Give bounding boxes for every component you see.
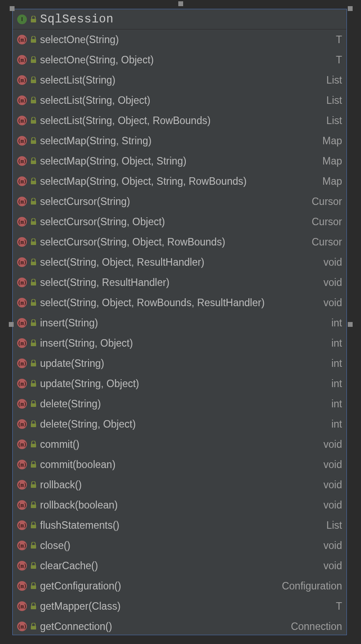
method-icon: (m) [17,601,27,611]
return-type: Map [322,155,342,167]
method-signature: selectOne(String, Object) [40,54,329,66]
method-icon: (m) [17,257,27,267]
method-icon: (m) [17,298,27,307]
method-row[interactable]: (m)close()void [13,535,346,556]
method-row[interactable]: (m)update(String)int [13,353,346,373]
method-row[interactable]: (m)select(String, Object, ResultHandler)… [13,252,346,272]
method-row[interactable]: (m)getConfiguration()Configuration [13,576,346,596]
visibility-icon [30,299,37,306]
svg-rect-1 [31,39,36,43]
method-row[interactable]: (m)flushStatements()List [13,515,346,535]
method-signature: selectMap(String, Object, String) [40,155,315,167]
svg-rect-4 [31,100,36,103]
svg-rect-18 [31,383,36,387]
method-icon: (m) [17,520,27,530]
method-row[interactable]: (m)clearCache()void [13,556,346,576]
method-row[interactable]: (m)commit()void [13,434,346,454]
method-signature: selectMap(String, Object, String, RowBou… [40,176,315,187]
visibility-icon [30,319,37,326]
svg-rect-27 [31,565,36,569]
method-icon: (m) [17,622,27,631]
method-icon: (m) [17,318,27,328]
svg-rect-2 [31,59,36,63]
svg-rect-21 [31,444,36,447]
visibility-icon [30,238,37,245]
svg-rect-8 [31,181,36,184]
method-row[interactable]: (m)selectOne(String)T [13,29,346,50]
visibility-icon [30,77,37,84]
visibility-icon [30,36,37,43]
svg-rect-19 [31,403,36,407]
class-header[interactable]: I SqlSession [13,9,346,29]
method-signature: select(String, Object, RowBounds, Result… [40,297,317,309]
method-row[interactable]: (m)delete(String)int [13,394,346,414]
visibility-icon [30,522,37,529]
method-signature: getConnection() [40,621,284,633]
visibility-icon [30,461,37,468]
method-row[interactable]: (m)insert(String, Object)int [13,333,346,353]
method-row[interactable]: (m)update(String, Object)int [13,373,346,394]
svg-rect-20 [31,424,36,427]
method-signature: delete(String, Object) [40,418,324,430]
method-icon: (m) [17,379,27,388]
return-type: List [326,95,342,106]
interface-icon: I [17,15,27,24]
method-signature: update(String, Object) [40,378,324,390]
svg-rect-5 [31,120,36,124]
svg-rect-28 [31,585,36,589]
method-row[interactable]: (m)commit(boolean)void [13,454,346,475]
method-icon: (m) [17,35,27,44]
return-type: void [324,256,342,268]
method-icon: (m) [17,176,27,186]
method-signature: selectCursor(String, Object) [40,216,305,228]
visibility-icon [30,400,37,407]
method-row[interactable]: (m)selectMap(String, String)Map [13,131,346,151]
visibility-icon [30,360,37,367]
selection-handle [9,322,14,327]
method-icon: (m) [17,237,27,247]
method-signature: update(String) [40,358,324,370]
method-row[interactable]: (m)select(String, Object, RowBounds, Res… [13,293,346,313]
method-signature: selectList(String, Object) [40,95,319,106]
visibility-icon [30,623,37,630]
method-row[interactable]: (m)selectMap(String, Object, String)Map [13,151,346,171]
svg-rect-0 [31,19,36,22]
method-row[interactable]: (m)selectMap(String, Object, String, Row… [13,171,346,191]
method-icon: (m) [17,136,27,146]
method-icon: (m) [17,95,27,105]
method-row[interactable]: (m)insert(String)int [13,313,346,333]
return-type: List [326,520,342,531]
svg-rect-3 [31,80,36,83]
return-type: Cursor [312,236,342,248]
method-row[interactable]: (m)selectList(String, Object)List [13,90,346,110]
svg-rect-12 [31,262,36,265]
method-signature: insert(String) [40,317,324,329]
method-row[interactable]: (m)getConnection()Connection [13,616,346,635]
selection-handle [348,6,353,11]
return-type: Map [322,135,342,147]
svg-rect-16 [31,343,36,346]
visibility-icon [30,117,37,124]
selection-handle [178,1,183,6]
return-type: T [336,34,342,46]
svg-rect-6 [31,140,36,144]
selection-handle [348,322,353,327]
method-row[interactable]: (m)selectList(String, Object, RowBounds)… [13,110,346,131]
method-row[interactable]: (m)selectCursor(String, Object, RowBound… [13,232,346,252]
return-type: void [324,499,342,511]
method-signature: rollback(boolean) [40,499,317,511]
method-row[interactable]: (m)selectOne(String, Object)T [13,50,346,70]
method-row[interactable]: (m)selectCursor(String, Object)Cursor [13,212,346,232]
visibility-icon [30,56,37,63]
method-icon: (m) [17,217,27,227]
method-row[interactable]: (m)selectList(String)List [13,70,346,90]
method-row[interactable]: (m)delete(String, Object)int [13,414,346,434]
method-row[interactable]: (m)selectCursor(String)Cursor [13,191,346,212]
method-row[interactable]: (m)select(String, ResultHandler)void [13,272,346,293]
svg-rect-22 [31,464,36,468]
method-row[interactable]: (m)getMapper(Class)T [13,596,346,616]
method-row[interactable]: (m)rollback()void [13,475,346,495]
visibility-icon [30,542,37,549]
method-signature: getConfiguration() [40,580,275,592]
method-row[interactable]: (m)rollback(boolean)void [13,495,346,515]
